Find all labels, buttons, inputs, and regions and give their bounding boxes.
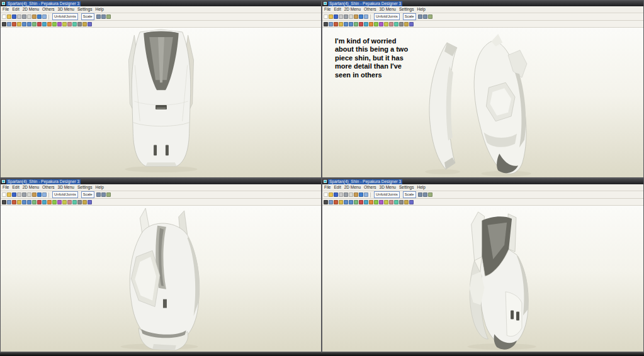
- rotate-right-icon[interactable]: [423, 14, 427, 19]
- save-icon[interactable]: [12, 192, 16, 197]
- edge-select-icon[interactable]: [37, 200, 42, 204]
- print-icon[interactable]: [339, 192, 343, 197]
- new-file-icon[interactable]: [2, 14, 6, 19]
- title-bar[interactable]: Spartan(4)_Shin - Pepakura Designer 3: [322, 179, 643, 184]
- new-file-icon[interactable]: [2, 192, 6, 197]
- box-select-icon[interactable]: [329, 200, 333, 204]
- grid-toggle-icon[interactable]: [77, 22, 82, 26]
- rotate-right-icon[interactable]: [101, 14, 106, 19]
- menu-2d[interactable]: 2D Menu: [344, 6, 361, 13]
- redo-icon[interactable]: [364, 14, 368, 19]
- join-edge-icon[interactable]: [374, 22, 378, 26]
- open-icon[interactable]: [329, 192, 333, 197]
- paste-icon[interactable]: [32, 14, 37, 19]
- menu-3d[interactable]: 3D Menu: [380, 184, 396, 191]
- box-select-icon[interactable]: [329, 22, 333, 26]
- zoom-out-icon[interactable]: [27, 200, 31, 204]
- rotate-view-icon[interactable]: [334, 200, 338, 204]
- face-select-icon[interactable]: [364, 200, 368, 204]
- menu-file[interactable]: File: [3, 184, 9, 191]
- fit-view-icon[interactable]: [32, 200, 37, 204]
- ruler-icon[interactable]: [404, 200, 409, 204]
- ruler-icon[interactable]: [82, 22, 87, 26]
- fit-view-icon[interactable]: [354, 22, 358, 26]
- face-select-icon[interactable]: [364, 22, 368, 26]
- menu-edit[interactable]: Edit: [334, 6, 341, 13]
- edge-select-icon[interactable]: [37, 22, 42, 26]
- edge-select-icon[interactable]: [359, 200, 363, 204]
- undo-icon[interactable]: [359, 14, 363, 19]
- menu-others[interactable]: Others: [42, 184, 55, 191]
- menu-others[interactable]: Others: [364, 184, 376, 191]
- redo-icon[interactable]: [364, 192, 368, 197]
- join-edge-icon[interactable]: [52, 200, 57, 204]
- edge-select-icon[interactable]: [359, 22, 363, 26]
- fit-view-icon[interactable]: [32, 22, 37, 26]
- zoom-in-icon[interactable]: [22, 200, 26, 204]
- cut-icon[interactable]: [22, 14, 26, 19]
- rotate-right-icon[interactable]: [423, 192, 427, 197]
- material-settings-icon[interactable]: [88, 200, 92, 204]
- scale-button[interactable]: Scale: [403, 13, 416, 20]
- open-edge-icon[interactable]: [47, 22, 52, 26]
- cut-icon[interactable]: [344, 192, 348, 197]
- select-arrow-icon[interactable]: [324, 200, 328, 204]
- viewport-3d-shin-exploded[interactable]: I'm kind of worried about this being a t…: [322, 28, 643, 177]
- viewport-3d-shin-back[interactable]: [322, 206, 643, 352]
- rotate-view-icon[interactable]: [12, 200, 16, 204]
- open-edge-icon[interactable]: [369, 200, 373, 204]
- zoom-in-icon[interactable]: [344, 200, 348, 204]
- divide-edge-icon[interactable]: [379, 200, 383, 204]
- face-select-icon[interactable]: [42, 22, 47, 26]
- cut-icon[interactable]: [344, 14, 348, 19]
- pan-view-icon[interactable]: [339, 22, 343, 26]
- material-settings-icon[interactable]: [409, 200, 414, 204]
- reset-view-icon[interactable]: [106, 14, 111, 19]
- grid-toggle-icon[interactable]: [399, 200, 404, 204]
- rotate-left-icon[interactable]: [96, 192, 101, 197]
- menu-others[interactable]: Others: [42, 6, 55, 13]
- paste-icon[interactable]: [354, 192, 358, 197]
- join-edge-icon[interactable]: [374, 200, 378, 204]
- copy-icon[interactable]: [349, 14, 353, 19]
- redo-icon[interactable]: [42, 192, 47, 197]
- print-icon[interactable]: [339, 14, 343, 19]
- viewport-3d-shin-front[interactable]: [1, 28, 321, 177]
- grid-toggle-icon[interactable]: [399, 22, 404, 26]
- menu-3d[interactable]: 3D Menu: [58, 184, 74, 191]
- rotate-left-icon[interactable]: [418, 14, 422, 19]
- remove-flap-icon[interactable]: [389, 200, 393, 204]
- cut-icon[interactable]: [22, 192, 26, 197]
- reset-view-icon[interactable]: [428, 14, 432, 19]
- menu-settings[interactable]: Settings: [399, 6, 414, 13]
- rotate-view-icon[interactable]: [12, 22, 16, 26]
- select-arrow-icon[interactable]: [324, 22, 328, 26]
- pan-view-icon[interactable]: [339, 200, 343, 204]
- copy-icon[interactable]: [27, 192, 31, 197]
- redo-icon[interactable]: [42, 14, 47, 19]
- zoom-in-icon[interactable]: [344, 22, 348, 26]
- open-icon[interactable]: [329, 14, 333, 19]
- grid-toggle-icon[interactable]: [77, 200, 82, 204]
- menu-settings[interactable]: Settings: [77, 184, 93, 191]
- pan-view-icon[interactable]: [17, 22, 21, 26]
- texture-view-icon[interactable]: [72, 200, 77, 204]
- material-settings-icon[interactable]: [409, 22, 414, 26]
- open-icon[interactable]: [7, 192, 11, 197]
- add-flap-icon[interactable]: [384, 200, 388, 204]
- reset-view-icon[interactable]: [428, 192, 432, 197]
- remove-flap-icon[interactable]: [67, 22, 72, 26]
- add-flap-icon[interactable]: [62, 22, 67, 26]
- menu-help[interactable]: Help: [417, 6, 425, 13]
- viewport-3d-shin-three-quarter[interactable]: [1, 206, 321, 352]
- select-arrow-icon[interactable]: [2, 200, 6, 204]
- select-arrow-icon[interactable]: [2, 22, 6, 26]
- unfold-joints-button[interactable]: Unfold/Joints: [374, 191, 400, 198]
- menu-edit[interactable]: Edit: [12, 6, 19, 13]
- new-file-icon[interactable]: [324, 192, 328, 197]
- title-bar[interactable]: Spartan(4)_Shin - Pepakura Designer 3: [1, 179, 321, 184]
- scale-button[interactable]: Scale: [81, 191, 94, 198]
- undo-icon[interactable]: [37, 14, 42, 19]
- divide-edge-icon[interactable]: [57, 200, 62, 204]
- ruler-icon[interactable]: [82, 200, 87, 204]
